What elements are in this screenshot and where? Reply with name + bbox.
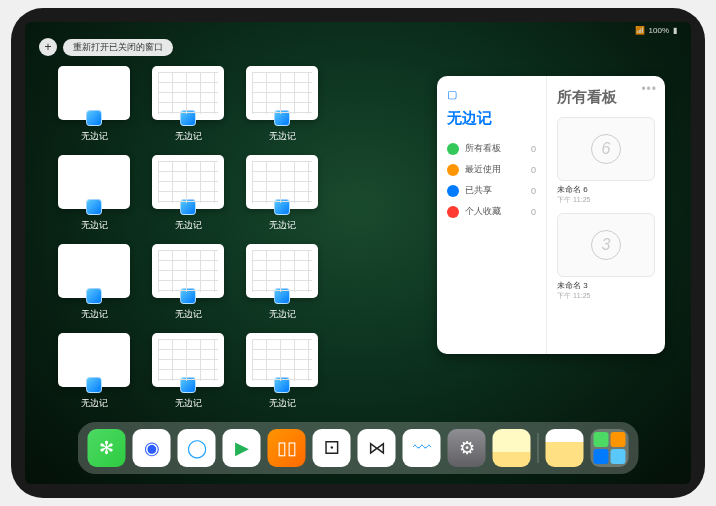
board-name: 未命名 6 [557,184,655,195]
app-window[interactable]: 无边记 [55,155,133,232]
dock-wechat[interactable]: ✻ [88,429,126,467]
board-time: 下午 11:25 [557,195,655,205]
app-label: 无边记 [81,130,108,143]
dock-dice[interactable]: ⚀ [313,429,351,467]
app-label: 无边记 [269,308,296,321]
sidebar-row[interactable]: 已共享0 [447,180,536,201]
board-card[interactable]: 6未命名 6下午 11:25 [557,117,655,205]
window-thumb [246,333,318,387]
row-icon [447,206,459,218]
dock-separator [538,433,539,463]
window-thumb [246,155,318,209]
dock-settings[interactable]: ⚙ [448,429,486,467]
app-window[interactable]: 无边记 [55,66,133,143]
window-thumb [58,244,130,298]
freeform-icon [86,110,102,126]
reopen-closed-button[interactable]: 重新打开已关闭的窗口 [63,39,173,56]
row-count: 0 [531,165,536,175]
app-label: 无边记 [269,130,296,143]
window-thumb [152,244,224,298]
app-window[interactable]: 无边记 [243,155,321,232]
app-window[interactable]: 无边记 [243,333,321,410]
freeform-icon [180,199,196,215]
board-time: 下午 11:25 [557,291,655,301]
freeform-icon [274,199,290,215]
window-thumb [58,155,130,209]
board-preview: 6 [557,117,655,181]
sidebar-toggle-icon[interactable]: ▢ [447,88,536,101]
app-window[interactable]: 无边记 [243,244,321,321]
board-doodle: 3 [591,230,621,260]
app-window[interactable]: 无边记 [149,155,227,232]
panel-left-title: 无边记 [447,109,536,128]
freeform-icon [274,288,290,304]
freeform-icon [86,199,102,215]
panel-right-title: 所有看板 [557,88,655,107]
app-window[interactable]: 无边记 [55,333,133,410]
app-window[interactable]: 无边记 [243,66,321,143]
window-thumb [246,66,318,120]
app-label: 无边记 [81,308,108,321]
app-label: 无边记 [269,219,296,232]
window-thumb [58,66,130,120]
window-thumb [152,333,224,387]
row-icon [447,143,459,155]
freeform-icon [274,110,290,126]
row-label: 已共享 [465,184,492,197]
panel-content: ••• 所有看板 6未命名 6下午 11:253未命名 3下午 11:25 [547,76,665,354]
freeform-icon [86,288,102,304]
new-window-button[interactable]: + [39,38,57,56]
signal-icon: 📶 [635,26,645,35]
more-icon[interactable]: ••• [641,82,657,96]
row-count: 0 [531,186,536,196]
status-bar: 📶 100% ▮ [635,26,677,35]
dock-app-library[interactable] [591,429,629,467]
app-window[interactable]: 无边记 [55,244,133,321]
panel-sidebar: ▢ 无边记 所有看板0最近使用0已共享0个人收藏0 [437,76,547,354]
sidebar-row[interactable]: 所有看板0 [447,138,536,159]
row-icon [447,164,459,176]
sidebar-row[interactable]: 最近使用0 [447,159,536,180]
board-name: 未命名 3 [557,280,655,291]
dock-play[interactable]: ▶ [223,429,261,467]
toolbar: + 重新打开已关闭的窗口 [39,38,173,56]
app-label: 无边记 [81,397,108,410]
app-switcher-grid: 无边记无边记无边记无边记无边记无边记无边记无边记无边记无边记无边记无边记 [55,66,415,410]
ipad-frame: 📶 100% ▮ + 重新打开已关闭的窗口 无边记无边记无边记无边记无边记无边记… [11,8,705,498]
dock-quark-hd[interactable]: ◉ [133,429,171,467]
screen: 📶 100% ▮ + 重新打开已关闭的窗口 无边记无边记无边记无边记无边记无边记… [25,22,691,484]
freeform-icon [180,110,196,126]
row-count: 0 [531,207,536,217]
freeform-icon [274,377,290,393]
dock-notes[interactable] [546,429,584,467]
row-label: 所有看板 [465,142,501,155]
dock-freeform[interactable]: 〰 [403,429,441,467]
window-thumb [246,244,318,298]
row-count: 0 [531,144,536,154]
app-label: 无边记 [269,397,296,410]
app-window[interactable]: 无边记 [149,244,227,321]
app-label: 无边记 [175,130,202,143]
dock: ✻◉◯▶▯▯⚀⋈〰⚙ [78,422,639,474]
app-label: 无边记 [175,397,202,410]
app-window[interactable]: 无边记 [149,66,227,143]
dock-connect[interactable]: ⋈ [358,429,396,467]
freeform-icon [180,288,196,304]
window-thumb [152,66,224,120]
dock-notes[interactable] [493,429,531,467]
freeform-icon [86,377,102,393]
board-card[interactable]: 3未命名 3下午 11:25 [557,213,655,301]
board-doodle: 6 [591,134,621,164]
dock-books[interactable]: ▯▯ [268,429,306,467]
freeform-panel[interactable]: ▢ 无边记 所有看板0最近使用0已共享0个人收藏0 ••• 所有看板 6未命名 … [437,76,665,354]
app-window[interactable]: 无边记 [149,333,227,410]
battery-text: 100% [649,26,669,35]
freeform-icon [180,377,196,393]
board-preview: 3 [557,213,655,277]
row-label: 个人收藏 [465,205,501,218]
battery-icon: ▮ [673,26,677,35]
app-label: 无边记 [175,308,202,321]
dock-quark[interactable]: ◯ [178,429,216,467]
row-icon [447,185,459,197]
sidebar-row[interactable]: 个人收藏0 [447,201,536,222]
